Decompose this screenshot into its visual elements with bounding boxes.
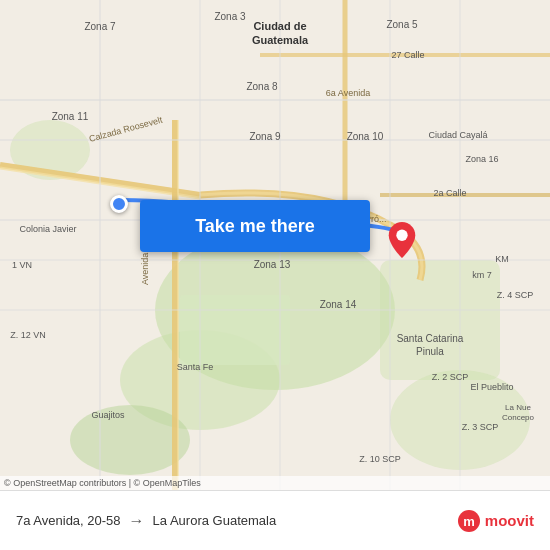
map-attribution: © OpenStreetMap contributors | © OpenMap… bbox=[0, 476, 550, 490]
svg-text:El Pueblito: El Pueblito bbox=[470, 382, 513, 392]
svg-text:La Nue: La Nue bbox=[505, 403, 531, 412]
route-info: 7a Avenida, 20-58 → La Aurora Guatemala bbox=[16, 512, 458, 530]
bottom-bar: 7a Avenida, 20-58 → La Aurora Guatemala … bbox=[0, 490, 550, 550]
svg-text:Guajitos: Guajitos bbox=[91, 410, 125, 420]
svg-text:Santa Fe: Santa Fe bbox=[177, 362, 214, 372]
origin-marker bbox=[110, 195, 128, 213]
route-arrow: → bbox=[129, 512, 145, 530]
svg-text:Ciudad de: Ciudad de bbox=[253, 20, 306, 32]
svg-text:Zona 10: Zona 10 bbox=[347, 131, 384, 142]
svg-text:Zona 9: Zona 9 bbox=[249, 131, 281, 142]
svg-text:Z. 2 SCP: Z. 2 SCP bbox=[432, 372, 469, 382]
svg-point-60 bbox=[396, 230, 407, 241]
moovit-icon: m bbox=[458, 510, 480, 532]
svg-text:27 Calle: 27 Calle bbox=[391, 50, 424, 60]
destination-marker bbox=[388, 222, 416, 262]
svg-text:Zona 5: Zona 5 bbox=[386, 19, 418, 30]
svg-text:2a Calle: 2a Calle bbox=[433, 188, 466, 198]
svg-text:Z. 4 SCP: Z. 4 SCP bbox=[497, 290, 534, 300]
svg-text:Santa Catarina: Santa Catarina bbox=[397, 333, 464, 344]
svg-text:km 7: km 7 bbox=[472, 270, 492, 280]
svg-text:Colonia Javier: Colonia Javier bbox=[19, 224, 76, 234]
svg-text:Ciudad Cayalá: Ciudad Cayalá bbox=[428, 130, 487, 140]
svg-text:Z. 3 SCP: Z. 3 SCP bbox=[462, 422, 499, 432]
take-me-there-button[interactable]: Take me there bbox=[140, 200, 370, 252]
route-from: 7a Avenida, 20-58 bbox=[16, 513, 121, 528]
moovit-logo: m moovit bbox=[458, 510, 534, 532]
svg-text:Guatemala: Guatemala bbox=[252, 34, 309, 46]
svg-text:Zona 3: Zona 3 bbox=[214, 11, 246, 22]
svg-text:m: m bbox=[463, 514, 475, 529]
svg-text:Z. 10 SCP: Z. 10 SCP bbox=[359, 454, 401, 464]
svg-text:Zona 11: Zona 11 bbox=[52, 111, 89, 122]
svg-text:Zona 7: Zona 7 bbox=[84, 21, 116, 32]
route-to: La Aurora Guatemala bbox=[153, 513, 277, 528]
svg-text:6a Avenida: 6a Avenida bbox=[326, 88, 370, 98]
svg-text:Pinula: Pinula bbox=[416, 346, 444, 357]
moovit-text: moovit bbox=[485, 512, 534, 529]
svg-text:Zona 14: Zona 14 bbox=[320, 299, 357, 310]
svg-text:Zona 16: Zona 16 bbox=[465, 154, 498, 164]
svg-rect-7 bbox=[180, 295, 290, 365]
svg-text:Concepo: Concepo bbox=[502, 413, 535, 422]
svg-text:Zona 8: Zona 8 bbox=[246, 81, 278, 92]
svg-text:Zona 13: Zona 13 bbox=[254, 259, 291, 270]
map-container: Calzada Roosevelt Avenida Petapa Pró... … bbox=[0, 0, 550, 490]
attribution-text: © OpenStreetMap contributors | © OpenMap… bbox=[4, 478, 201, 488]
svg-text:Z. 12 VN: Z. 12 VN bbox=[10, 330, 46, 340]
svg-text:1 VN: 1 VN bbox=[12, 260, 32, 270]
svg-text:KM: KM bbox=[495, 254, 509, 264]
